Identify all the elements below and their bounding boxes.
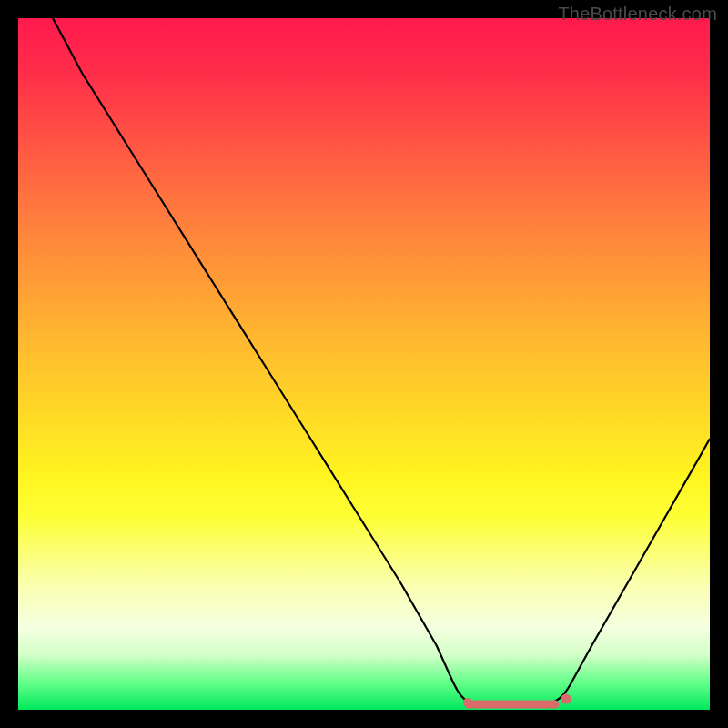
flat-segment-end-dot (561, 694, 571, 704)
bottleneck-curve (53, 18, 710, 704)
chart-svg (18, 18, 710, 710)
watermark-text: TheBottleneck.com (558, 4, 717, 25)
flat-segment-start-dot (463, 698, 472, 707)
plot-area (18, 18, 710, 710)
